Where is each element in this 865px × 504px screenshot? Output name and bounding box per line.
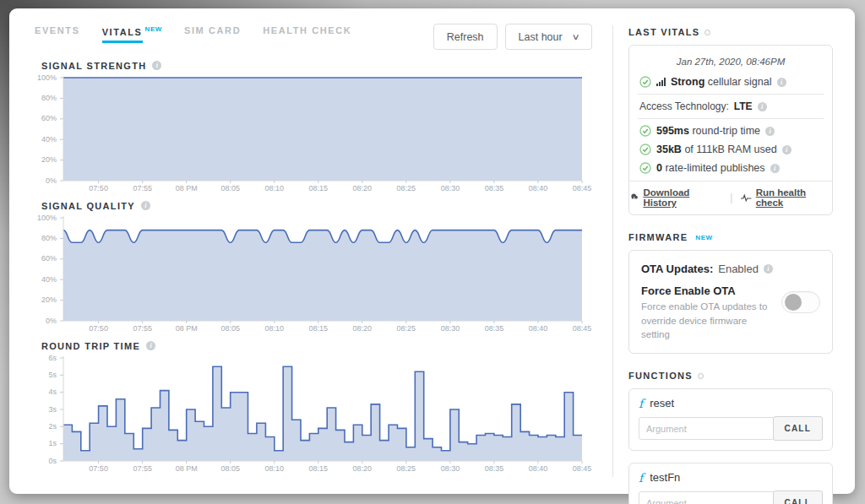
new-badge: NEW	[145, 25, 162, 33]
function-card-reset: freset CALL	[628, 388, 833, 451]
ram-metric-row: 35kB of 111kB RAM used i	[639, 140, 822, 159]
x-axis-tick-label: 08:20	[340, 324, 384, 333]
x-axis-tick-label: 08 PM	[165, 464, 209, 473]
signal-strength-chart: 0%20%40%60%80%100%07:5007:5508 PM08:0508…	[35, 76, 584, 194]
x-axis-tick-label: 07:55	[121, 184, 165, 192]
call-button[interactable]: CALL	[773, 416, 823, 441]
function-name: testFn	[650, 471, 680, 484]
chart-title-round-trip-time: ROUND TRIP TIME	[41, 341, 140, 351]
tab-sim-card[interactable]: SIM CARD	[184, 25, 241, 43]
x-axis-tick-label: 08:20	[340, 184, 384, 192]
y-axis-tick-label: 0s	[35, 457, 57, 465]
round-trip-time-section: ROUND TRIP TIME i 0s1s2s3s4s5s6s07:5007:…	[35, 341, 584, 474]
info-ring-icon[interactable]	[698, 373, 704, 379]
x-axis-tick-label: 08:30	[428, 324, 472, 333]
x-axis-tick-label: 08:40	[516, 184, 560, 192]
function-name: reset	[650, 397, 674, 409]
chart-toolbar: Refresh Last hour ∨	[433, 24, 592, 50]
tab-vitals[interactable]: VITALSNEW	[102, 25, 162, 47]
firmware-title: FIRMWARE	[628, 232, 688, 242]
x-axis-tick-label: 08 PM	[165, 324, 209, 333]
info-icon[interactable]: i	[152, 61, 161, 70]
x-axis-tick-label: 08:35	[472, 324, 516, 333]
x-axis-tick-label: 08:15	[296, 464, 340, 473]
check-circle-icon	[639, 125, 651, 137]
tab-events[interactable]: EVENTS	[35, 25, 80, 43]
y-axis-tick-label: 5s	[35, 371, 57, 379]
x-axis-tick-label: 07:55	[121, 464, 165, 473]
signal-strength-section: SIGNAL STRENGTH i 0%20%40%60%80%100%07:5…	[35, 61, 584, 194]
link-separator: |	[730, 192, 732, 203]
info-icon[interactable]: i	[764, 264, 773, 274]
x-axis-tick-label: 07:50	[77, 184, 121, 192]
y-axis-tick-label: 3s	[35, 405, 57, 414]
function-argument-input[interactable]	[639, 417, 775, 440]
time-range-value: Last hour	[519, 31, 563, 43]
function-argument-input[interactable]	[639, 491, 775, 504]
functions-title: FUNCTIONS	[628, 371, 693, 381]
chevron-down-icon: ∨	[571, 32, 579, 41]
info-icon[interactable]: i	[765, 127, 775, 136]
chart-canvas	[35, 216, 584, 334]
x-axis-tick-label: 08:35	[472, 464, 516, 473]
x-axis-tick-label: 08:10	[253, 324, 296, 333]
signal-quality-chart: 0%20%40%60%80%100%07:5007:5508 PM08:0508…	[35, 216, 584, 334]
x-axis-tick-label: 08:40	[516, 464, 560, 473]
y-axis-tick-label: 1s	[35, 439, 57, 447]
x-axis-tick-label: 08:10	[253, 184, 296, 192]
info-icon[interactable]: i	[141, 201, 150, 210]
info-icon[interactable]: i	[782, 145, 792, 154]
y-axis-tick-label: 80%	[35, 234, 57, 242]
round-trip-time-chart: 0s1s2s3s4s5s6s07:5007:5508 PM08:0508:100…	[35, 356, 584, 474]
chart-title-signal-quality: SIGNAL QUALITY	[41, 201, 135, 211]
y-axis-tick-label: 80%	[35, 94, 57, 102]
info-icon[interactable]: i	[758, 102, 767, 111]
refresh-button[interactable]: Refresh	[433, 24, 498, 50]
x-axis-tick-label: 08:45	[560, 464, 604, 473]
y-axis-tick-label: 100%	[35, 214, 57, 222]
chart-canvas	[35, 76, 584, 194]
y-axis-tick-label: 6s	[35, 354, 57, 362]
download-history-link[interactable]: Download History	[629, 187, 721, 208]
time-range-dropdown[interactable]: Last hour ∨	[505, 24, 592, 50]
run-health-check-link[interactable]: Run health check	[741, 187, 832, 208]
x-axis-tick-label: 08:20	[340, 464, 384, 473]
force-enable-ota-title: Force Enable OTA	[641, 285, 781, 297]
tab-health-check[interactable]: HEALTH CHECK	[263, 25, 351, 43]
x-axis-tick-label: 08:45	[560, 324, 604, 333]
function-icon: f	[639, 472, 643, 484]
y-axis-tick-label: 4s	[35, 387, 57, 396]
signal-quality-section: SIGNAL QUALITY i 0%20%40%60%80%100%07:50…	[35, 201, 584, 334]
x-axis-tick-label: 08:15	[296, 184, 340, 192]
force-ota-toggle[interactable]	[781, 291, 820, 313]
function-card-testfn: ftestFn CALL	[628, 463, 833, 504]
force-enable-ota-description: Force enable OTA updates to override dev…	[641, 300, 776, 342]
x-axis-tick-label: 08:25	[384, 184, 428, 192]
access-technology-row: Access Technology: LTE i	[639, 97, 822, 116]
y-axis-tick-label: 60%	[35, 114, 57, 122]
y-axis-tick-label: 0%	[35, 317, 57, 325]
cloud-download-icon	[629, 193, 639, 202]
x-axis-tick-label: 08:30	[428, 184, 472, 192]
y-axis-tick-label: 2s	[35, 422, 57, 431]
x-axis-tick-label: 08:05	[209, 324, 253, 333]
x-axis-tick-label: 08:45	[560, 184, 604, 192]
check-circle-icon	[639, 162, 651, 174]
y-axis-tick-label: 40%	[35, 135, 57, 144]
info-ring-icon[interactable]	[705, 30, 710, 35]
x-axis-tick-label: 08:05	[209, 464, 253, 473]
round-trip-metric-row: 595ms round-trip time i	[639, 122, 822, 140]
x-axis-tick-label: 08:25	[384, 324, 428, 333]
cellular-signal-row: Strong cellular signal i	[639, 73, 822, 91]
info-icon[interactable]: i	[770, 164, 780, 173]
x-axis-tick-label: 07:55	[121, 324, 165, 333]
info-icon[interactable]: i	[146, 341, 155, 350]
main-panel: EVENTS VITALSNEW SIM CARD HEALTH CHECK R…	[9, 8, 612, 494]
firmware-card: OTA Updates: Enabled i Force Enable OTA …	[628, 250, 833, 354]
x-axis-tick-label: 07:50	[77, 464, 121, 473]
info-icon[interactable]: i	[777, 78, 786, 87]
x-axis-tick-label: 08:15	[296, 324, 340, 333]
x-axis-tick-label: 08:35	[472, 184, 516, 192]
y-axis-tick-label: 100%	[35, 73, 57, 82]
call-button[interactable]: CALL	[773, 490, 823, 504]
